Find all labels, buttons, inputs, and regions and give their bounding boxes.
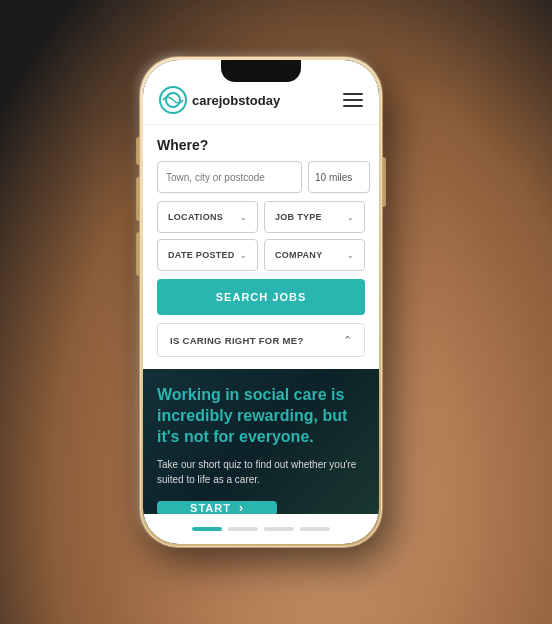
phone-notch <box>221 60 301 82</box>
distance-input[interactable] <box>308 161 370 193</box>
location-input[interactable] <box>157 161 302 193</box>
location-row <box>157 161 365 193</box>
logo-icon <box>159 86 187 114</box>
hamburger-line-1 <box>343 93 363 95</box>
locations-chevron-icon: ⌄ <box>240 213 247 222</box>
filter-grid: LOCATIONS ⌄ JOB TYPE ⌄ DATE POSTED ⌄ COM… <box>157 201 365 271</box>
search-jobs-button[interactable]: SEARCH JOBS <box>157 279 365 315</box>
bottom-nav-bar <box>143 514 379 544</box>
job-type-filter-label: JOB TYPE <box>275 212 322 222</box>
company-chevron-icon: ⌄ <box>347 251 354 260</box>
where-label: Where? <box>157 137 365 153</box>
job-type-filter-button[interactable]: JOB TYPE ⌄ <box>264 201 365 233</box>
hamburger-line-3 <box>343 105 363 107</box>
date-posted-chevron-icon: ⌄ <box>240 251 247 260</box>
company-filter-label: COMPANY <box>275 250 322 260</box>
nav-dot-2 <box>228 527 258 531</box>
volume-up-button <box>136 177 140 221</box>
phone-frame: carejobstoday Where? LOCA <box>143 60 379 544</box>
date-posted-filter-label: DATE POSTED <box>168 250 235 260</box>
start-quiz-button[interactable]: START › <box>157 501 277 514</box>
nav-dot-3 <box>264 527 294 531</box>
logo-care: care <box>192 93 219 108</box>
power-button <box>382 157 386 207</box>
job-type-chevron-icon: ⌄ <box>347 213 354 222</box>
nav-dot-4 <box>300 527 330 531</box>
nav-dot-active <box>192 527 222 531</box>
caring-accordion-button[interactable]: IS CARING RIGHT FOR ME? ⌃ <box>157 323 365 357</box>
logo-jobs: jobstoday <box>219 93 280 108</box>
phone-screen: carejobstoday Where? LOCA <box>143 60 379 544</box>
logo-text: carejobstoday <box>192 93 280 108</box>
hamburger-line-2 <box>343 99 363 101</box>
caring-headline: Working in social care is incredibly rew… <box>157 385 365 447</box>
locations-filter-button[interactable]: LOCATIONS ⌄ <box>157 201 258 233</box>
search-area: Where? LOCATIONS ⌄ JOB TYPE ⌄ DATE <box>143 125 379 369</box>
start-chevron-icon: › <box>239 501 244 514</box>
date-posted-filter-button[interactable]: DATE POSTED ⌄ <box>157 239 258 271</box>
locations-filter-label: LOCATIONS <box>168 212 223 222</box>
phone-device: carejobstoday Where? LOCA <box>140 57 382 547</box>
volume-down-button <box>136 232 140 276</box>
silent-button <box>136 137 140 165</box>
company-filter-button[interactable]: COMPANY ⌄ <box>264 239 365 271</box>
caring-content-section: Working in social care is incredibly rew… <box>143 369 379 514</box>
caring-content-body: Working in social care is incredibly rew… <box>157 385 365 501</box>
caring-accordion-chevron-icon: ⌃ <box>343 334 352 347</box>
menu-button[interactable] <box>343 93 363 107</box>
caring-subtext: Take our short quiz to find out whether … <box>157 457 365 487</box>
logo: carejobstoday <box>159 86 280 114</box>
caring-accordion-label: IS CARING RIGHT FOR ME? <box>170 335 304 346</box>
start-button-label: START <box>190 502 231 514</box>
